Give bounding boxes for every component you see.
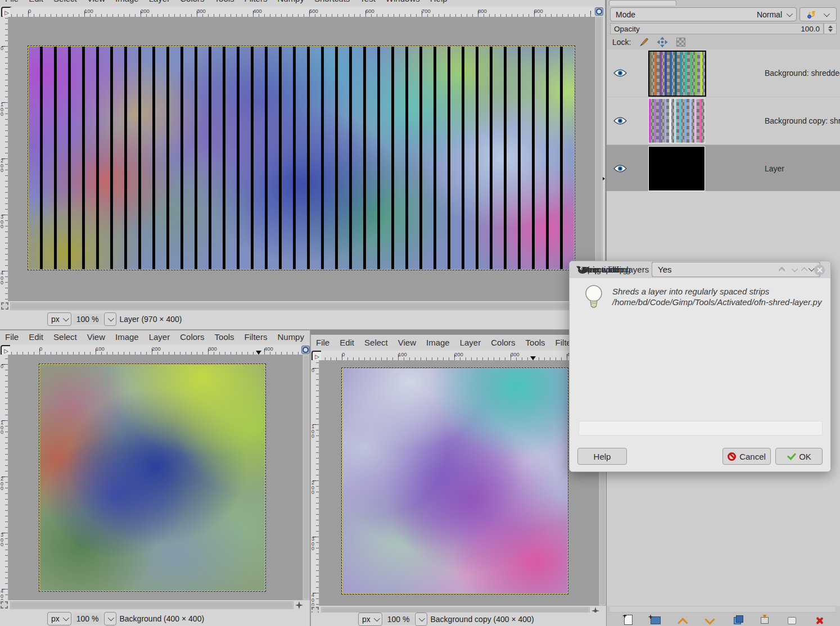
lock-pixels-button[interactable] [638, 37, 649, 47]
lower-layer-button[interactable] [704, 615, 716, 626]
cancel-button[interactable]: Cancel [722, 448, 771, 465]
menu-item[interactable]: Colors [175, 330, 209, 344]
duplicate-layer-button[interactable] [731, 615, 743, 626]
layer-mode-select[interactable]: Mode Normal [610, 7, 797, 21]
help-button[interactable]: Help [577, 448, 627, 465]
new-layer-button[interactable] [622, 615, 634, 626]
layer-row[interactable]: Layer [607, 145, 840, 193]
menu-item[interactable]: Windows [381, 0, 425, 6]
vertical-ruler[interactable]: 0100200300400 [0, 17, 8, 301]
menu-item[interactable]: Select [48, 0, 82, 6]
menu-item[interactable]: Image [110, 330, 144, 344]
menu-item[interactable]: Tools [521, 336, 550, 350]
zoom-dropdown-button[interactable] [104, 312, 116, 326]
horizontal-ruler[interactable]: 0100200300400 [321, 351, 599, 361]
menu-item[interactable]: Colors [175, 0, 209, 6]
add-mask-button[interactable] [786, 615, 797, 626]
menu-item[interactable]: Image [421, 336, 455, 350]
unit-select[interactable]: px [358, 613, 382, 626]
menu-item[interactable]: Shortcuts [309, 330, 310, 344]
merge-down-button[interactable] [759, 615, 770, 626]
menu-item[interactable]: Layer [144, 330, 175, 344]
zoom-level[interactable]: 100 % [383, 614, 414, 625]
menu-item[interactable]: Edit [335, 336, 359, 350]
quick-mask-toggle[interactable] [1, 302, 8, 310]
horizontal-ruler[interactable]: 0100200300400500600700800900 [10, 7, 594, 17]
close-icon[interactable] [814, 265, 825, 275]
canvas-image-shredded[interactable] [28, 46, 575, 270]
zoom-follow-window-icon[interactable] [301, 346, 310, 354]
menu-item[interactable]: Numpy [272, 0, 309, 6]
new-layer-icon [624, 615, 633, 625]
menu-item[interactable]: Edit [24, 0, 48, 6]
panel-horizontal-scrollbar[interactable] [609, 606, 836, 613]
menu-item[interactable]: View [82, 330, 110, 344]
menu-item[interactable]: View [393, 336, 421, 350]
ok-button[interactable]: OK [775, 448, 823, 465]
zoom-level[interactable]: 100 % [73, 314, 103, 325]
status-title: Layer (970 × 400) [120, 315, 182, 324]
delete-layer-button[interactable] [814, 615, 825, 626]
raise-layer-button[interactable] [677, 615, 688, 626]
menu-item[interactable]: File [0, 0, 24, 6]
horizontal-scrollbar[interactable] [10, 302, 594, 310]
delete-x-icon [815, 616, 823, 624]
navigation-button[interactable] [295, 601, 304, 610]
menu-item[interactable]: Help [425, 0, 453, 6]
layer-row[interactable]: Background: shredded c [607, 49, 840, 97]
menu-item[interactable]: Filters [240, 0, 273, 6]
menu-item[interactable]: Image [110, 0, 144, 6]
layer-row[interactable]: Background copy: shred [607, 97, 840, 145]
unit-select[interactable]: px [47, 612, 71, 625]
menu-item[interactable]: Filters [240, 330, 273, 344]
layer-thumbnail[interactable] [648, 51, 706, 97]
layers-tab[interactable] [609, 0, 676, 6]
menu-item[interactable]: Edit [24, 330, 48, 344]
menu-item[interactable]: Select [48, 330, 82, 344]
menu-item[interactable]: Select [359, 336, 393, 350]
zoom-dropdown-button[interactable] [415, 613, 427, 626]
menu-item[interactable]: Tools [210, 0, 240, 6]
unit-select[interactable]: px [47, 312, 71, 326]
menu-item[interactable]: View [82, 0, 110, 6]
menu-item[interactable]: Tools [210, 330, 240, 344]
menu-item[interactable]: Layer [144, 0, 175, 6]
menu-item[interactable]: File [0, 330, 24, 344]
opacity-spinner[interactable] [824, 23, 837, 34]
canvas-area-background[interactable] [8, 355, 302, 600]
visibility-eye-icon[interactable] [613, 69, 627, 78]
visibility-eye-icon[interactable] [613, 116, 627, 125]
canvas-image-background[interactable] [39, 364, 265, 591]
zoom-dropdown-button[interactable] [104, 612, 116, 625]
lock-alpha-button[interactable] [675, 37, 687, 47]
chevron-up-icon[interactable] [801, 267, 807, 274]
zoom-level[interactable]: 100 % [73, 613, 103, 624]
canvas-image-background-copy[interactable] [342, 368, 568, 594]
ruler-tick-label: 500 [309, 8, 318, 14]
vertical-ruler[interactable]: 0100200300400 [0, 355, 8, 600]
vertical-ruler[interactable]: 0100200300400 [311, 360, 319, 606]
layer-thumbnail[interactable] [648, 146, 705, 191]
canvas-area-background-copy[interactable] [319, 360, 599, 606]
horizontal-scrollbar[interactable] [10, 601, 293, 609]
shade-button[interactable] [780, 269, 785, 271]
menu-item[interactable]: Colors [486, 336, 520, 350]
menu-item[interactable]: Test [355, 0, 381, 6]
ruler-tick-label: 300 [311, 537, 317, 551]
vertical-scrollbar[interactable] [302, 355, 310, 600]
mode-switch-button[interactable]: ↺ [800, 7, 837, 21]
menu-item[interactable]: Numpy [272, 330, 309, 344]
lock-position-button[interactable] [657, 37, 668, 47]
menu-item[interactable]: Shortcuts [309, 0, 355, 6]
opacity-slider[interactable]: Opacity 100.0 [610, 23, 824, 34]
canvas-area-main[interactable] [8, 17, 595, 301]
visibility-eye-icon[interactable] [613, 164, 627, 173]
menu-item[interactable]: File [311, 336, 335, 350]
zoom-follow-window-icon[interactable] [595, 7, 603, 16]
quick-mask-toggle[interactable] [1, 601, 8, 609]
layer-thumbnail[interactable] [648, 98, 705, 143]
new-group-button[interactable] [650, 615, 661, 626]
chevron-down-icon[interactable] [792, 266, 798, 272]
menu-item[interactable]: Layer [455, 336, 486, 350]
vertical-scrollbar[interactable] [595, 17, 603, 301]
